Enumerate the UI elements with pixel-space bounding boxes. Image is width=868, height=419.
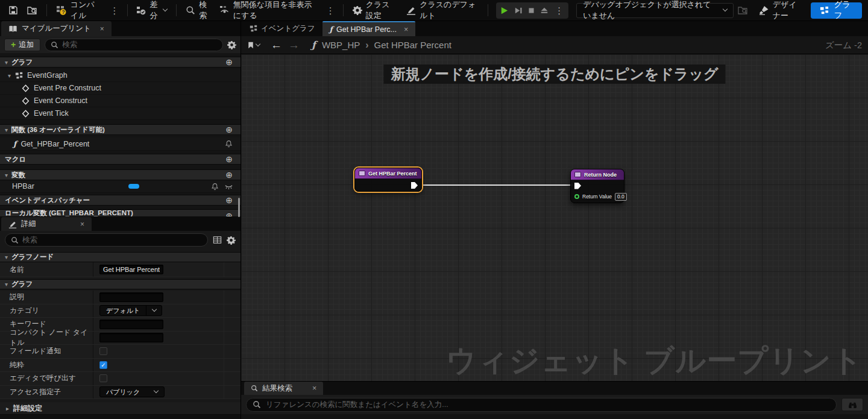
section-functions[interactable]: ▾ 関数 (36 オーバーライド可能) ⊕	[0, 124, 241, 135]
function-entry-icon	[359, 171, 365, 176]
add-variable-button[interactable]: ⊕	[225, 170, 233, 180]
eye-closed-icon[interactable]	[224, 183, 233, 191]
zoom-level-label: ズーム -2	[825, 40, 862, 51]
keywords-field[interactable]	[99, 320, 163, 329]
hide-unrelated-options-button[interactable]: ⋮	[325, 6, 336, 15]
tree-item-event-construct[interactable]: Event Construct	[0, 95, 241, 107]
tab-find-results[interactable]: 結果検索 ×	[244, 382, 323, 395]
breadcrumb-root[interactable]: WBP_HP	[322, 40, 360, 50]
find-in-blueprints-button[interactable]	[841, 398, 863, 411]
bookmark-icon[interactable]	[247, 41, 260, 49]
name-field[interactable]	[99, 265, 163, 274]
reference-search[interactable]	[246, 398, 837, 412]
node-get-hpbar-percent[interactable]: Get HPBar Percent	[354, 168, 422, 192]
details-search[interactable]	[5, 233, 208, 247]
tab-get-hpbar-percent[interactable]: ƒ Get HPBar Perc... ×	[322, 21, 416, 36]
section-graph[interactable]: ▾ グラフ	[0, 279, 241, 289]
details-search-input[interactable]	[22, 236, 202, 244]
tab-event-graph[interactable]: イベントグラフ	[242, 21, 322, 36]
reference-search-input[interactable]	[266, 400, 830, 409]
graph-mode-button[interactable]: グラフ	[811, 2, 862, 19]
nav-back-button[interactable]: ←	[271, 39, 282, 51]
browse-button[interactable]	[25, 2, 40, 18]
section-local-variables[interactable]: ローカル変数 (GET_HPBAR_PERCENT) ⊕	[0, 209, 241, 217]
nav-forward-button[interactable]: →	[288, 39, 300, 51]
add-macro-button[interactable]: ⊕	[225, 154, 233, 164]
stop-button[interactable]	[527, 7, 535, 14]
node-return[interactable]: Return Node Return Value 0.0	[570, 169, 624, 203]
play-button[interactable]	[500, 6, 509, 15]
close-icon[interactable]: ×	[80, 220, 84, 228]
tree-item-event-tick[interactable]: Event Tick	[0, 107, 241, 120]
section-label: マクロ	[5, 155, 26, 164]
svg-text:?: ?	[61, 9, 64, 15]
chevron-down-icon	[152, 307, 157, 312]
play-controls: ⋮	[496, 2, 568, 19]
tab-details[interactable]: 詳細 ×	[1, 217, 92, 231]
save-button[interactable]	[6, 2, 20, 18]
find-button[interactable]: 検索	[183, 2, 213, 18]
tree-item-function[interactable]: ƒ Get_HPBar_Percent	[0, 137, 241, 151]
diff-button[interactable]: 差分	[134, 2, 169, 18]
exec-output-pin[interactable]	[411, 182, 418, 189]
hide-unrelated-button[interactable]: 無関係な項目を非表示にする	[217, 2, 321, 18]
bell-icon[interactable]	[225, 140, 233, 148]
field-notify-checkbox[interactable]	[99, 347, 107, 355]
access-specifier-dropdown[interactable]: パブリック	[99, 386, 165, 397]
compact-node-title-field[interactable]	[99, 333, 163, 342]
pure-checkbox[interactable]: ✓	[99, 361, 107, 369]
play-options-button[interactable]: ⋮	[553, 6, 565, 15]
designer-button[interactable]: デザイナー	[756, 2, 807, 18]
close-icon[interactable]: ×	[100, 25, 104, 33]
add-graph-button[interactable]: ⊕	[225, 57, 233, 67]
add-local-variable-button[interactable]: ⊕	[225, 211, 233, 217]
advanced-settings-row[interactable]: ▸ 詳細設定	[0, 402, 241, 414]
frame-skip-button[interactable]	[514, 6, 523, 15]
display-filter-grid-icon[interactable]	[213, 236, 222, 244]
compile-button[interactable]: ? コンパイル	[54, 2, 105, 18]
collapse-icon[interactable]: ▾	[8, 72, 11, 79]
class-settings-button[interactable]: クラス設定	[350, 2, 400, 18]
description-field[interactable]	[99, 292, 163, 302]
variable-type-pill[interactable]	[128, 184, 139, 189]
compile-options-button[interactable]: ⋮	[109, 6, 121, 15]
field-label: 説明	[0, 291, 93, 304]
my-blueprint-search-input[interactable]	[62, 40, 217, 49]
section-graphs[interactable]: ▾ グラフ ⊕	[0, 57, 241, 68]
item-label: Event Construct	[34, 96, 87, 105]
node-pin-row	[355, 179, 421, 192]
close-icon[interactable]: ×	[404, 25, 408, 34]
exec-input-pin[interactable]	[574, 183, 581, 189]
my-blueprint-search[interactable]	[45, 39, 223, 51]
close-icon[interactable]: ×	[312, 384, 316, 392]
section-variables[interactable]: ▾ 変数 ⊕	[0, 169, 241, 180]
tree-item-variable-hpbar[interactable]: HPBar	[0, 180, 241, 193]
section-macros[interactable]: マクロ ⊕	[0, 154, 241, 165]
drag-pin-hint-banner: 新規ノードを作成/接続するためにピンをドラッグ	[383, 65, 725, 84]
tab-my-blueprint[interactable]: マイブループリント ×	[1, 21, 112, 36]
bell-icon[interactable]	[211, 183, 219, 191]
tree-item-event-pre-construct[interactable]: Event Pre Construct	[0, 82, 241, 95]
search-icon	[11, 236, 19, 244]
section-event-dispatchers[interactable]: イベントディスパッチャー ⊕	[0, 195, 241, 206]
add-button[interactable]: + 追加	[4, 39, 40, 51]
category-dropdown[interactable]: デフォルト	[99, 305, 162, 316]
class-settings-label: クラス設定	[366, 0, 398, 21]
float-input-pin[interactable]	[574, 194, 579, 199]
class-defaults-button[interactable]: クラスのデフォルト	[404, 2, 481, 18]
return-value-field[interactable]: 0.0	[615, 193, 627, 201]
panel-settings-gear-icon[interactable]	[227, 40, 236, 49]
add-function-button[interactable]: ⊕	[225, 125, 233, 134]
scrollbar-thumb[interactable]	[238, 198, 240, 217]
add-dispatcher-button[interactable]: ⊕	[225, 195, 233, 205]
category-value: デフォルト	[100, 306, 146, 315]
eject-button[interactable]	[540, 6, 549, 14]
debug-object-dropdown[interactable]: デバッグオブジェクトが選択されていません	[576, 3, 734, 18]
details-settings-gear-icon[interactable]	[227, 236, 236, 245]
item-label: HPBar	[12, 182, 34, 191]
call-in-editor-checkbox[interactable]	[99, 374, 107, 382]
section-graph-node[interactable]: ▾ グラフノード	[0, 252, 241, 262]
graph-canvas[interactable]: 新規ノードを作成/接続するためにピンをドラッグ Get HPBar Percen…	[241, 54, 868, 381]
function-result-icon	[574, 172, 581, 177]
tree-item-eventgraph[interactable]: ▾ EventGraph	[0, 69, 241, 82]
